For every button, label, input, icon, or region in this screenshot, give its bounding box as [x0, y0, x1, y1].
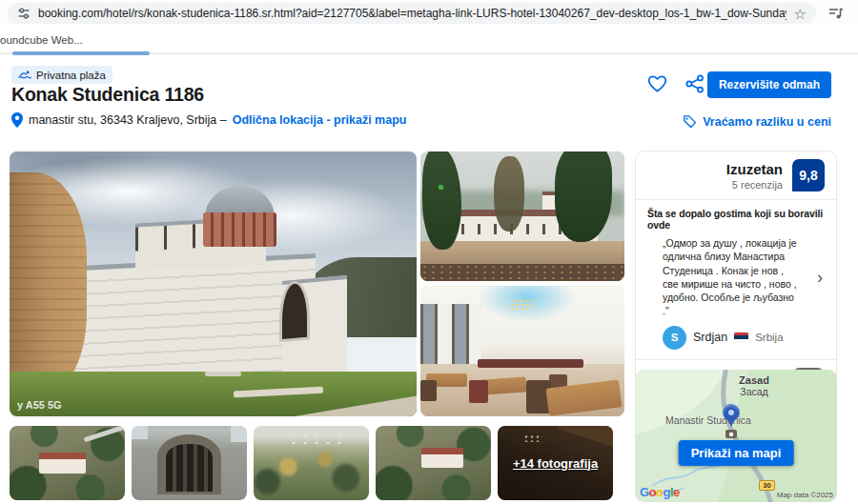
review-quote-row: „Одмор за душу , локација је одлична бли…: [647, 236, 825, 318]
review-summary-card: Izuzetan 5 recenzija 9,8 Šta se dopalo g…: [635, 151, 837, 406]
screen: booking.com/hotel/rs/konak-studenica-118…: [0, 0, 858, 504]
photo-church-nave: [63, 253, 316, 389]
photo-sky: [132, 426, 148, 439]
photo-arched-window: [166, 444, 212, 492]
thumbnail-church-facade[interactable]: [132, 426, 247, 500]
map-label-monastery: Manastir Studenica: [646, 414, 770, 426]
favorite-heart-icon[interactable]: [646, 73, 668, 98]
scroll-thumb[interactable]: [12, 51, 150, 55]
map-preview-card[interactable]: Zasad Засад Manastir Studenica Prikaži n…: [635, 370, 837, 502]
review-highlight: Šta se dopalo gostima koji su boravili o…: [636, 200, 836, 360]
score-badge: 9,8: [792, 159, 825, 192]
photo-church-dome-arches: [203, 212, 276, 247]
map-poi-icon: [725, 430, 737, 438]
reserve-now-button[interactable]: Rezervišite odmah: [707, 71, 831, 98]
thumbnail-aerial-1[interactable]: [10, 426, 125, 500]
photo-church-door: [282, 283, 307, 340]
review-count: 5 recenzija: [726, 179, 783, 191]
price-match-link[interactable]: Vraćamo razliku u ceni: [683, 114, 831, 129]
reviewer-country: Srbija: [755, 332, 783, 343]
score-words: Izuzetan 5 recenzija: [726, 161, 783, 191]
thumbnail-more-photos[interactable]: +14 fotografija: [498, 426, 613, 500]
photo-chair: [420, 380, 437, 401]
photo-bare-tree: [494, 156, 524, 232]
map-pin-marker[interactable]: [723, 404, 740, 421]
main-photo-church[interactable]: y A55 5G: [10, 151, 417, 416]
serbia-flag-icon: [734, 333, 748, 342]
google-letter: o: [649, 485, 656, 499]
more-photos-label[interactable]: +14 fotografija: [498, 426, 613, 500]
score-word: Izuzetan: [726, 161, 783, 177]
google-logo: Google: [640, 485, 680, 499]
location-row: manastir stu, 36343 Kraljevo, Srbija – O…: [11, 112, 406, 128]
photo-stone: [205, 372, 241, 377]
google-letter: g: [664, 485, 670, 499]
next-review-chevron-icon[interactable]: [815, 267, 825, 288]
photo-church-porch: [282, 275, 347, 379]
review-quote: „Одмор за душу , локација је одлична бли…: [663, 236, 802, 318]
photo-chair: [469, 380, 487, 404]
photo-brick-apse: [10, 172, 87, 397]
map-label-zasad-cyrillic: Засад: [725, 386, 783, 397]
private-beach-badge: Privatna plaža: [11, 66, 112, 84]
map-label-zasad: Zasad: [725, 374, 783, 386]
share-icon[interactable]: [684, 73, 705, 98]
bookmark-star-icon[interactable]: [794, 7, 807, 21]
show-on-map-button[interactable]: Prikaži na mapi: [679, 440, 794, 466]
price-match-label: Vraćamo razliku u ceni: [703, 115, 831, 129]
photo-dining-room[interactable]: [420, 286, 624, 416]
photo-guesthouse[interactable]: [420, 151, 624, 281]
photo-chandelier: [510, 299, 535, 311]
photo-sky: [231, 426, 247, 442]
thumbnail-aerial-2[interactable]: [376, 426, 491, 500]
site-settings-icon[interactable]: [17, 7, 31, 20]
map-attribution: Map data ©2025: [777, 491, 833, 499]
show-map-link[interactable]: Odlična lokacija - prikaži mapu: [233, 113, 407, 127]
reviewer-row: S Srdjan Srbija: [663, 326, 825, 350]
page-title: Konak Studenica 1186: [11, 84, 204, 106]
google-letter: G: [640, 485, 649, 499]
photo-leaves: [420, 264, 624, 281]
photo-house: [39, 453, 85, 474]
road-number-badge: 30: [759, 480, 775, 491]
private-beach-label: Privatna plaža: [36, 70, 106, 81]
google-letter: e: [673, 485, 680, 499]
price-tag-icon: [683, 114, 697, 129]
score-header: Izuzetan 5 recenzija 9,8: [636, 151, 836, 200]
bookmark-item-roundcube[interactable]: oundcube Web...: [0, 34, 83, 46]
photo-banquette: [478, 359, 583, 369]
photo-watermark: y A55 5G: [17, 399, 62, 411]
reviewer-name: Srdjan: [693, 331, 727, 344]
google-letter: o: [656, 485, 663, 499]
reviewer-avatar: S: [663, 326, 686, 350]
address-bar[interactable]: booking.com/hotel/rs/konak-studenica-118…: [8, 3, 816, 24]
url-text: booking.com/hotel/rs/konak-studenica-118…: [38, 7, 786, 20]
review-question: Šta se dopalo gostima koji su boravili o…: [647, 208, 825, 231]
photo-house: [421, 448, 463, 467]
swimmer-icon: [18, 70, 31, 80]
bookmarks-bar: oundcube Web...: [0, 27, 858, 51]
photo-village: [288, 432, 343, 448]
thumbnail-strip: +14 fotografija: [10, 426, 613, 500]
map-pin-icon: [11, 112, 23, 128]
photo-green-tag: [439, 185, 443, 190]
hotel-address: manastir stu, 36343 Kraljevo, Srbija –: [29, 113, 227, 127]
thumbnail-valley[interactable]: [254, 426, 369, 500]
media-controls-icon[interactable]: [827, 5, 845, 22]
photo-pine-tree: [422, 151, 461, 250]
photo-windows: [420, 304, 481, 367]
browser-toolbar: booking.com/hotel/rs/konak-studenica-118…: [0, 0, 858, 27]
